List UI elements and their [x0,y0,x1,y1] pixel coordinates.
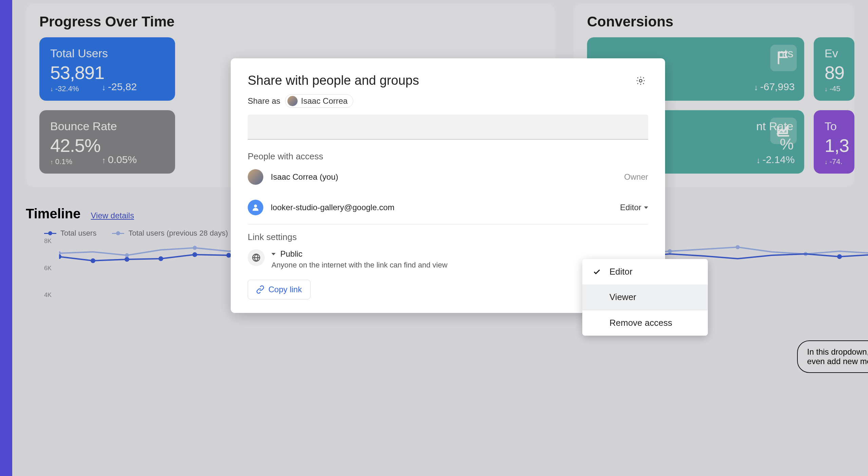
person-row: Isaac Correa (you) Owner [248,162,648,192]
role-dropdown-trigger[interactable]: Editor [620,203,648,212]
svg-point-10 [736,245,740,249]
card-value: 53,891 [50,62,164,83]
legend-label: Total users [60,229,96,238]
link-icon [256,285,264,294]
legend-marker-icon [44,233,56,234]
svg-point-17 [192,252,197,257]
chevron-down-icon [271,253,276,255]
person-row: looker-studio-gallery@google.com Editor [248,192,648,223]
copy-link-label: Copy link [268,285,302,294]
share-as-name: Isaac Correa [301,96,347,106]
svg-point-1 [125,253,129,257]
role-dropdown-menu: Editor Viewer Remove access [582,259,708,336]
dropdown-item-label: Remove access [609,318,672,328]
card-total-users[interactable]: Total Users 53,891 -32.4% -25,82 [39,37,175,101]
link-visibility-select[interactable]: Public [271,249,648,259]
people-with-access-heading: People with access [248,151,648,162]
card-delta2: 0.05% [108,154,137,165]
svg-point-16 [158,256,163,261]
card-title: Total Users [50,47,164,60]
chevron-down-icon [644,206,648,209]
avatar-icon [287,96,298,106]
add-people-input[interactable] [248,115,648,140]
card-bounce-rate[interactable]: Bounce Rate 42.5% 0.1% 0.05% [39,110,175,174]
card-title-partial: To [825,120,854,133]
arrow-down-icon [754,81,758,93]
settings-button[interactable] [633,73,648,88]
progress-title: Progress Over Time [39,14,542,30]
svg-point-2 [193,246,197,250]
annotation-line: even add new me [807,357,868,366]
arrow-down-icon [825,157,828,166]
card-value-partial: 89 [825,62,854,83]
card-value: 42.5% [50,135,164,156]
timeline-title: Timeline [26,206,81,221]
annotation-line: In this dropdown, [807,347,868,357]
flag-icon [770,45,797,71]
dropdown-item-viewer[interactable]: Viewer [582,284,708,310]
divider [248,224,648,224]
card-delta-partial: -74. [830,157,843,166]
svg-point-14 [91,258,95,263]
card-value-partial: 1,3 [825,135,854,156]
globe-icon [248,249,265,266]
left-rail [0,0,12,476]
avatar-icon [248,200,263,215]
svg-point-25 [639,79,642,82]
view-details-link[interactable]: View details [91,211,134,220]
dropdown-item-remove-access[interactable]: Remove access [582,310,708,336]
role-dropdown-label: Editor [620,203,641,212]
svg-point-18 [226,253,231,258]
card-delta-partial: -45 [830,84,841,93]
copy-link-button[interactable]: Copy link [248,280,310,299]
check-icon [592,268,602,276]
avatar-icon [248,169,263,185]
y-tick: 6K [44,265,52,272]
arrow-down-icon [825,84,828,93]
svg-point-9 [668,249,672,253]
arrow-down-icon [50,84,53,93]
card-conversion-b-partial[interactable]: Ev 89 -45 [814,37,854,101]
legend-label: Total users (previous 28 days) [128,229,228,238]
link-settings-heading: Link settings [248,232,648,242]
arrow-up-icon [50,157,53,166]
share-dialog-title: Share with people and groups [248,73,419,88]
legend-marker-icon [112,233,124,234]
conversions-title: Conversions [587,14,854,30]
card-title-partial: Ev [825,47,854,60]
arrow-down-icon [102,81,106,93]
card-conversion-b2-partial[interactable]: To 1,3 -74. [814,110,854,174]
share-as-chip[interactable]: Isaac Correa [285,94,353,108]
svg-point-15 [125,257,129,262]
arrow-down-icon [756,154,760,165]
svg-point-13 [59,254,61,259]
card-delta2: -2.14% [762,154,795,165]
arrow-up-icon [102,154,106,165]
link-visibility-label: Public [280,249,302,259]
y-tick: 8K [44,238,52,245]
share-as-label: Share as [248,96,280,106]
svg-point-23 [837,254,842,259]
dropdown-item-label: Viewer [609,292,636,302]
person-name: Isaac Correa (you) [271,172,338,182]
card-delta: 0.1% [55,157,72,166]
gear-icon [636,76,646,86]
dropdown-item-editor[interactable]: Editor [582,259,708,284]
card-delta: -32.4% [55,84,79,93]
card-delta2: -25,82 [108,81,137,93]
annotation-callout: In this dropdown, even add new me [797,340,868,373]
person-role: Owner [624,172,648,182]
card-title: Bounce Rate [50,120,164,133]
card-delta2: -67,993 [760,81,795,93]
y-tick: 4K [44,292,52,299]
svg-point-26 [254,204,257,207]
dropdown-item-label: Editor [609,266,633,277]
person-name: looker-studio-gallery@google.com [271,203,395,212]
